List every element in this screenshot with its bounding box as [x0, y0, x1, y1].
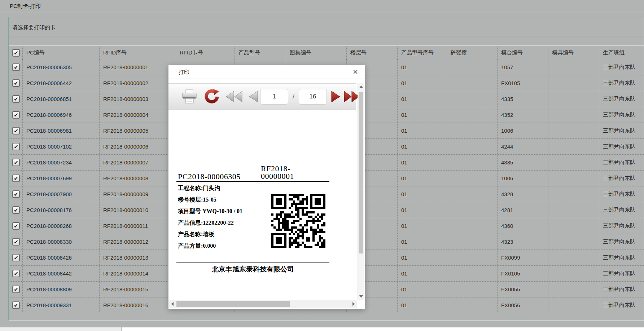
row-checkbox[interactable]: ✔ — [12, 143, 20, 150]
card-info-line: 产品信息:12202200-22 — [178, 219, 272, 226]
cell-team: 三部尹向东队 — [599, 59, 644, 75]
row-checkbox-cell: ✔ — [9, 234, 23, 250]
row-checkbox[interactable]: ✔ — [12, 175, 20, 182]
cell-rfid-seq: RF2018-00000016 — [100, 297, 176, 313]
card-info-line: 产品名称:墙板 — [178, 230, 272, 238]
scroll-right-button[interactable] — [350, 300, 357, 308]
row-checkbox[interactable]: ✔ — [12, 127, 20, 134]
col-header-product-model[interactable]: 产品型号 — [235, 46, 286, 59]
col-header-rfid-seq[interactable]: RFID序号 — [100, 46, 176, 59]
col-header-model-seq[interactable]: 产品型号序号 — [398, 46, 447, 59]
cell-rfid-seq: RF2018-00000015 — [100, 282, 176, 297]
check-icon: ✔ — [14, 223, 18, 229]
row-checkbox-cell: ✔ — [9, 155, 23, 170]
cell-rfid-seq: RF2018-00000010 — [100, 202, 176, 218]
bottom-bar-right-segment — [122, 327, 644, 331]
cell-team: 三部尹向东队 — [599, 186, 644, 202]
cell-pc-number: PC2018-00007699 — [23, 171, 100, 186]
cell-mold-table: 1057 — [498, 59, 548, 75]
scroll-up-button[interactable] — [358, 83, 364, 91]
scroll-down-button[interactable] — [358, 293, 364, 300]
print-button[interactable] — [181, 89, 197, 104]
qr-code — [271, 194, 325, 248]
col-header-mold-no[interactable]: 模具编号 — [548, 46, 599, 59]
col-header-pc[interactable]: PC编号 — [23, 46, 100, 59]
cell-mold-table: 4335 — [498, 155, 548, 170]
col-header-concrete[interactable]: 砼强度 — [447, 46, 498, 59]
check-icon: ✔ — [14, 287, 18, 292]
cell-mold-no — [548, 139, 599, 154]
cell-team: 三部尹向东队 — [599, 234, 644, 250]
row-checkbox[interactable]: ✔ — [12, 270, 20, 277]
row-checkbox-cell: ✔ — [9, 107, 23, 123]
prev-page-button[interactable] — [248, 91, 259, 103]
total-pages-input[interactable] — [299, 89, 327, 105]
row-checkbox[interactable]: ✔ — [12, 301, 20, 309]
col-header-floor-no[interactable]: 楼层号 — [347, 46, 398, 59]
next-page-button[interactable] — [330, 91, 341, 103]
cell-pc-number: PC2018-00008809 — [23, 282, 100, 297]
cell-pc-number: PC2018-00007234 — [23, 155, 100, 170]
cell-team: 三部尹向东队 — [599, 218, 644, 234]
row-checkbox[interactable]: ✔ — [12, 111, 20, 119]
row-checkbox[interactable]: ✔ — [12, 254, 20, 261]
current-page-input[interactable] — [260, 89, 288, 105]
row-checkbox[interactable]: ✔ — [12, 286, 20, 293]
cell-pc-number: PC2018-00008176 — [23, 202, 100, 218]
refresh-button[interactable] — [203, 89, 219, 105]
cell-mold-no — [548, 234, 599, 250]
cell-rfid-seq: RF2018-00000003 — [100, 91, 176, 107]
close-icon[interactable]: ✕ — [351, 68, 360, 76]
cell-team: 三部尹向东队 — [599, 297, 644, 313]
card-info-line: 项目型号 YWQ-10-30 / 01 — [178, 207, 272, 215]
print-dialog: 打印 ✕ — [168, 65, 365, 309]
cell-concrete — [447, 282, 498, 297]
row-checkbox-cell: ✔ — [9, 282, 23, 297]
vertical-scrollbar-thumb[interactable] — [359, 92, 363, 253]
row-checkbox[interactable]: ✔ — [12, 238, 20, 246]
cell-team: 三部尹向东队 — [599, 155, 644, 170]
check-icon: ✔ — [14, 303, 18, 308]
row-checkbox[interactable]: ✔ — [12, 222, 20, 230]
cell-model-seq: 01 — [398, 234, 447, 250]
cell-rfid-seq: RF2018-00000001 — [100, 59, 176, 75]
check-icon: ✔ — [14, 50, 18, 56]
col-header-rfid-card[interactable]: RFID卡号 — [176, 46, 235, 59]
panel-spacer-strip — [9, 37, 644, 46]
cell-team: 三部尹向东队 — [599, 107, 644, 123]
select-all-checkbox[interactable]: ✔ — [12, 49, 20, 57]
cell-mold-no — [548, 155, 599, 170]
col-header-atlas-no[interactable]: 图集编号 — [286, 46, 347, 59]
cell-mold-no — [548, 123, 599, 138]
scroll-left-button[interactable] — [169, 300, 176, 308]
row-checkbox[interactable]: ✔ — [12, 159, 20, 166]
cell-model-seq: 01 — [398, 171, 447, 186]
cell-team: 三部尹向东队 — [599, 250, 644, 265]
check-icon: ✔ — [14, 176, 18, 181]
first-page-button[interactable] — [225, 91, 243, 103]
row-checkbox-cell: ✔ — [9, 123, 23, 138]
cell-mold-no — [548, 59, 599, 75]
row-checkbox[interactable]: ✔ — [12, 95, 20, 103]
row-checkbox[interactable]: ✔ — [12, 79, 20, 87]
cell-team: 三部尹向东队 — [599, 139, 644, 154]
cell-pc-number: PC2018-00006305 — [23, 59, 100, 75]
table-header: ✔ PC编号 RFID序号 RFID卡号 产品型号 图集编号 楼层号 产品型号序… — [9, 46, 644, 59]
row-checkbox[interactable]: ✔ — [12, 206, 20, 214]
cell-mold-table: 4244 — [498, 139, 548, 154]
col-header-team[interactable]: 生产班组 — [599, 46, 644, 59]
cell-mold-no — [548, 202, 599, 218]
cell-model-seq: 01 — [398, 123, 447, 138]
row-checkbox[interactable]: ✔ — [12, 190, 20, 198]
card-divider-top — [176, 181, 329, 182]
col-header-mold-table[interactable]: 模台编号 — [498, 46, 548, 59]
card-info-line: 工程名称:门头沟 — [178, 184, 272, 192]
row-checkbox-cell: ✔ — [9, 297, 23, 313]
cell-concrete — [447, 202, 498, 218]
cell-rfid-seq: RF2018-00000012 — [100, 234, 176, 250]
horizontal-scrollbar-thumb[interactable] — [176, 301, 290, 307]
cell-model-seq: 01 — [398, 186, 447, 202]
prompt-label: 请选择要打印的卡 — [9, 17, 644, 37]
cell-mold-table: 4281 — [498, 202, 548, 218]
row-checkbox[interactable]: ✔ — [12, 63, 20, 71]
